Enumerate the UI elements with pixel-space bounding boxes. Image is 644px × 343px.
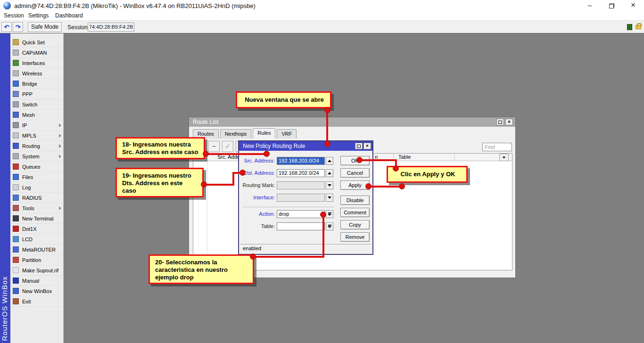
sidebar-item-partition[interactable]: Partition bbox=[10, 255, 63, 265]
connector-line bbox=[369, 186, 403, 188]
sidebar-item-label: MetaROUTER bbox=[22, 247, 56, 253]
menu-dashboard[interactable]: Dashboard bbox=[55, 12, 83, 19]
connector-dot bbox=[324, 141, 330, 147]
action-dropdown-button[interactable] bbox=[326, 210, 333, 218]
table-label[interactable]: Table: bbox=[240, 222, 275, 230]
sidebar-item-ppp[interactable]: PPP bbox=[10, 89, 63, 99]
connector-dot bbox=[356, 157, 363, 163]
interface-dropdown-button[interactable] bbox=[326, 194, 333, 202]
sidebar-item-exit[interactable]: Exit bbox=[10, 296, 63, 307]
sidebar-item-bridge[interactable]: Bridge bbox=[10, 79, 63, 89]
dst-address-input[interactable]: 192.168.202.0/24 bbox=[277, 169, 325, 177]
sidebar-item-make-supout-rif[interactable]: Make Supout.rif bbox=[10, 265, 63, 276]
sidebar: Quick SetCAPsMANInterfacesWirelessBridge… bbox=[10, 33, 64, 343]
sidebar-item-system[interactable]: System bbox=[10, 151, 63, 162]
find-input[interactable] bbox=[482, 143, 512, 151]
sidebar-item-capsman[interactable]: CAPsMAN bbox=[10, 48, 63, 58]
sidebar-item-switch[interactable]: Switch bbox=[10, 99, 63, 110]
tab-vrf[interactable]: VRF bbox=[277, 129, 297, 139]
sidebar-item-label: Interfaces bbox=[22, 60, 45, 66]
bar bbox=[328, 225, 331, 226]
routing-mark-input[interactable] bbox=[277, 181, 325, 189]
interface-label[interactable]: Interface: bbox=[240, 194, 275, 202]
redo-button[interactable]: ↷ bbox=[13, 22, 23, 32]
sidebar-item-quick-set[interactable]: Quick Set bbox=[10, 37, 63, 48]
sidebar-item-lcd[interactable]: LCD bbox=[10, 234, 63, 245]
queues-icon bbox=[13, 163, 19, 170]
connector-line bbox=[205, 153, 267, 155]
route-list-maximize-button[interactable] bbox=[496, 119, 504, 125]
tab-rules[interactable]: Rules bbox=[253, 128, 275, 139]
restore-button[interactable] bbox=[604, 0, 619, 11]
src-address-input[interactable]: 192.168.203.0/24 bbox=[277, 157, 325, 165]
arrow-down-icon bbox=[328, 196, 331, 199]
remove-rule-button[interactable]: − bbox=[208, 141, 220, 152]
close-button[interactable]: × bbox=[626, 0, 640, 11]
comment-button[interactable]: Comment bbox=[340, 208, 370, 217]
cancel-button[interactable]: Cancel bbox=[340, 168, 370, 178]
minimize-button[interactable]: – bbox=[583, 0, 597, 11]
sidebar-item-new-terminal[interactable]: New Terminal bbox=[10, 213, 63, 224]
table-dropdown-button[interactable] bbox=[326, 222, 333, 230]
sidebar-item-mpls[interactable]: MPLS bbox=[10, 131, 63, 141]
sidebar-item-metarouter[interactable]: MetaROUTER bbox=[10, 245, 63, 255]
disable-button[interactable]: Disable bbox=[340, 196, 370, 205]
action-label[interactable]: Action: bbox=[240, 210, 275, 218]
menu-session[interactable]: Session bbox=[4, 12, 24, 19]
sidebar-item-new-winbox[interactable]: New WinBox bbox=[10, 286, 63, 296]
connector-dot bbox=[399, 183, 405, 189]
action-input[interactable]: drop bbox=[277, 210, 325, 218]
src-address-label[interactable]: Src. Address: bbox=[240, 157, 275, 165]
route-list-close-button[interactable]: × bbox=[505, 119, 513, 125]
safe-mode-button[interactable]: Safe Mode bbox=[28, 22, 62, 32]
bar bbox=[328, 212, 331, 213]
enable-rule-button[interactable]: ✓ bbox=[222, 141, 233, 152]
brand-strip: RouterOS WinBox bbox=[0, 33, 10, 343]
mpls-icon bbox=[13, 132, 19, 139]
remove-button[interactable]: Remove bbox=[340, 232, 370, 242]
interface-input[interactable] bbox=[277, 194, 325, 202]
dialog-close-button[interactable]: × bbox=[363, 143, 371, 149]
connector-dot bbox=[201, 181, 207, 188]
sidebar-item-log[interactable]: Log bbox=[10, 182, 63, 193]
tri bbox=[328, 214, 331, 216]
session-value-field[interactable]: 74:4D:28:B9:F4:2B bbox=[88, 23, 134, 32]
table-input[interactable] bbox=[277, 222, 325, 230]
menu-settings[interactable]: Settings bbox=[28, 12, 49, 19]
sidebar-item-label: Quick Set bbox=[22, 40, 45, 45]
routing-mark-label[interactable]: Routing Mark: bbox=[240, 181, 275, 189]
dialog-maximize-button[interactable] bbox=[355, 143, 363, 149]
sidebar-item-interfaces[interactable]: Interfaces bbox=[10, 58, 63, 68]
exit-icon bbox=[13, 298, 19, 304]
column-header-table[interactable]: Table bbox=[394, 154, 455, 161]
sidebar-item-mesh[interactable]: Mesh bbox=[10, 110, 63, 120]
window-title: admin@74:4D:28:B9:F4:2B (MikroTik) - Win… bbox=[14, 2, 256, 9]
connector-dot bbox=[393, 165, 399, 172]
log-icon bbox=[13, 184, 19, 190]
sidebar-item-tools[interactable]: Tools bbox=[10, 203, 63, 213]
sidebar-item-label: PPP bbox=[22, 91, 33, 97]
sidebar-item-routing[interactable]: Routing bbox=[10, 141, 63, 151]
sidebar-item-manual[interactable]: Manual bbox=[10, 276, 63, 286]
copy-button[interactable]: Copy bbox=[340, 220, 370, 229]
tri bbox=[328, 226, 331, 228]
tab-nexthops[interactable]: Nexthops bbox=[220, 129, 251, 139]
dst-address-up-button[interactable] bbox=[326, 169, 333, 177]
connector-line bbox=[360, 159, 397, 161]
sidebar-item-label: Wireless bbox=[22, 71, 42, 76]
sidebar-item-wireless[interactable]: Wireless bbox=[10, 68, 63, 79]
sidebar-item-label: MPLS bbox=[22, 133, 36, 139]
sidebar-item-dot1x[interactable]: Dot1X bbox=[10, 224, 63, 234]
route-list-titlebar[interactable]: Route List bbox=[189, 117, 515, 127]
dialog-titlebar[interactable]: New Policy Routing Rule bbox=[239, 141, 372, 151]
sidebar-item-files[interactable]: Files bbox=[10, 172, 63, 182]
column-selector-button[interactable] bbox=[499, 154, 509, 161]
src-address-up-button[interactable] bbox=[326, 157, 333, 165]
arrow-down-icon bbox=[328, 184, 331, 187]
routing-mark-dropdown-button[interactable] bbox=[326, 181, 333, 189]
sidebar-item-ip[interactable]: IP bbox=[10, 120, 63, 131]
undo-button[interactable]: ↶ bbox=[1, 22, 12, 32]
sidebar-item-radius[interactable]: RADIUS bbox=[10, 193, 63, 203]
ip-icon bbox=[13, 122, 19, 128]
sidebar-item-queues[interactable]: Queues bbox=[10, 162, 63, 172]
